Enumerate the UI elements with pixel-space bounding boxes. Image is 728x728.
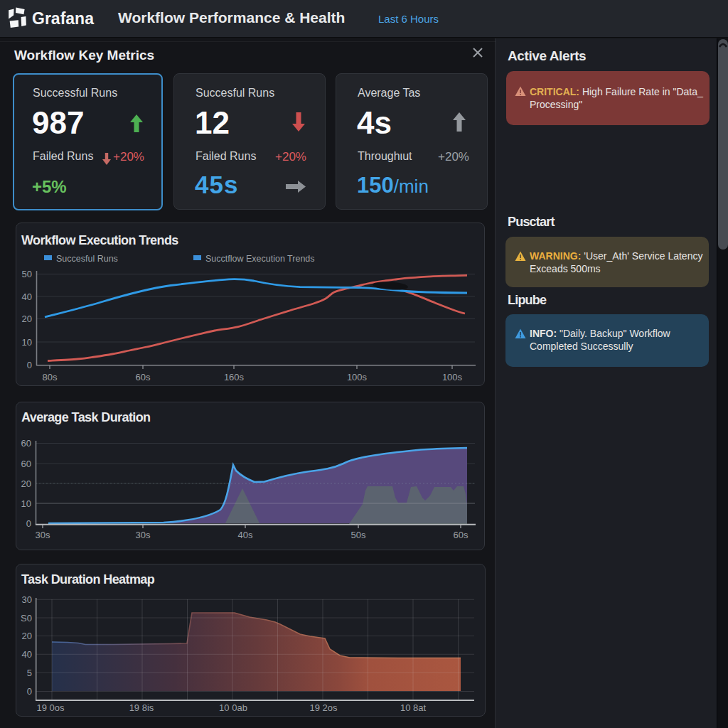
svg-text:0: 0 (27, 686, 32, 697)
svg-text:40: 40 (22, 291, 32, 302)
svg-text:40s: 40s (238, 530, 253, 540)
svg-text:0: 0 (26, 518, 31, 529)
svg-text:60s: 60s (136, 372, 151, 382)
svg-text:20: 20 (22, 631, 32, 641)
svg-text:0: 0 (27, 360, 32, 370)
svg-text:10 8at: 10 8at (400, 702, 427, 713)
svg-text:30s: 30s (136, 530, 151, 540)
svg-text:50: 50 (22, 269, 32, 279)
svg-text:20: 20 (22, 314, 32, 324)
svg-text:40: 40 (22, 649, 32, 660)
svg-text:19 0os: 19 0os (36, 702, 65, 713)
svg-text:60: 60 (21, 459, 31, 469)
svg-text:160s: 160s (224, 372, 245, 382)
svg-text:60s: 60s (454, 530, 469, 540)
svg-text:19 2os: 19 2os (309, 702, 338, 713)
svg-text:60: 60 (21, 438, 31, 449)
svg-text:19 8is: 19 8is (129, 702, 154, 713)
svg-text:100s: 100s (347, 372, 368, 382)
svg-text:10 0ab: 10 0ab (219, 702, 247, 713)
svg-text:100s: 100s (442, 372, 463, 382)
svg-text:20: 20 (21, 478, 31, 489)
svg-text:10: 10 (21, 498, 31, 509)
svg-text:50s: 50s (351, 530, 366, 540)
svg-text:30: 30 (22, 594, 32, 605)
svg-text:5: 5 (27, 668, 32, 678)
svg-text:10: 10 (22, 337, 32, 348)
svg-text:30s: 30s (36, 530, 50, 540)
svg-text:S0: S0 (21, 613, 32, 623)
svg-text:80s: 80s (43, 372, 58, 382)
